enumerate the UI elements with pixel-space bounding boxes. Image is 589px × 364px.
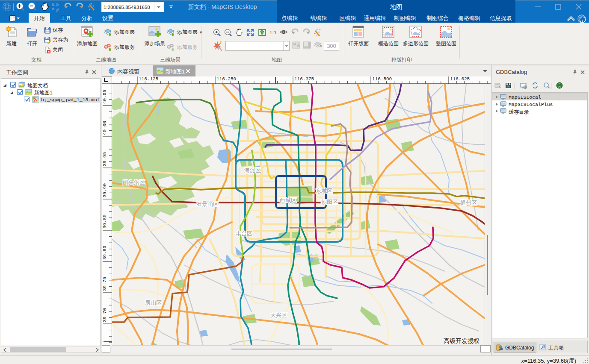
svg-text:39.80: 39.80 (102, 246, 107, 260)
svg-text:39.75: 39.75 (102, 277, 107, 291)
svg-text:通州区: 通州区 (460, 200, 477, 206)
svg-text:西城区: 西城区 (280, 197, 296, 203)
svg-text:116.375: 116.375 (294, 76, 314, 82)
svg-text:39.90: 39.90 (102, 183, 107, 197)
svg-text:39.70: 39.70 (102, 308, 107, 322)
svg-text:石景山区: 石景山区 (196, 201, 219, 207)
svg-text:40.00: 40.00 (102, 121, 107, 135)
svg-text:朝阳区: 朝阳区 (321, 199, 338, 205)
svg-text:39.85: 39.85 (102, 214, 107, 229)
svg-text:门头沟区: 门头沟区 (123, 179, 145, 185)
svg-text:东城区: 东城区 (316, 188, 332, 194)
svg-text:116.625: 116.625 (450, 76, 470, 82)
svg-text:房山区: 房山区 (145, 299, 162, 306)
svg-text:116.250: 116.250 (216, 76, 236, 82)
svg-text:1:1: 1:1 (269, 29, 277, 35)
svg-text:39.95: 39.95 (102, 152, 107, 166)
svg-text:丰台区: 丰台区 (236, 230, 252, 237)
svg-text:海淀区: 海淀区 (244, 167, 261, 173)
svg-text:116.125: 116.125 (139, 76, 158, 82)
svg-text:i: i (582, 18, 583, 23)
svg-text:大兴区: 大兴区 (270, 312, 287, 318)
svg-text:116.500: 116.500 (372, 76, 392, 82)
svg-text:40.05: 40.05 (102, 90, 107, 104)
